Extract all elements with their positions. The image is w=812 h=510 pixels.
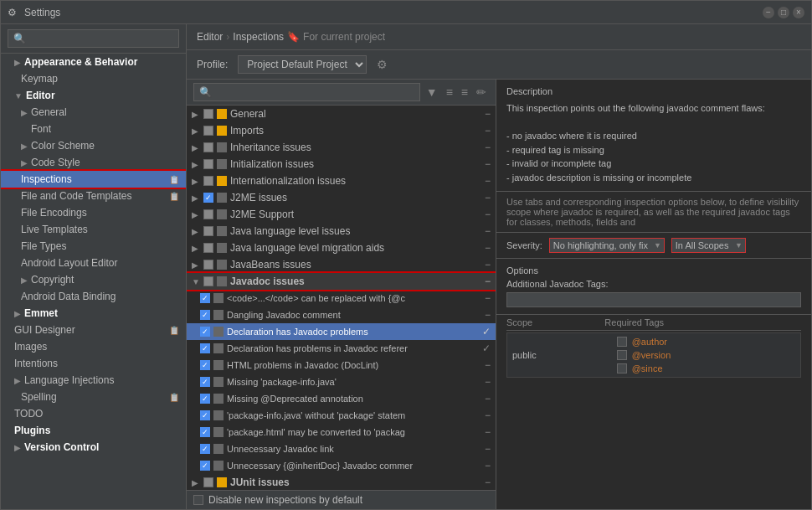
inspection-item-missing-depr[interactable]: ✓ Missing @Deprecated annotation − [187,390,496,407]
inspection-item-imports[interactable]: ▶ Imports − [187,122,496,139]
severity-indicator [213,327,224,337]
disable-new-inspections-checkbox[interactable] [193,495,203,505]
inspection-item-missing-pkg[interactable]: ✓ Missing 'package-info.java' − [187,373,496,390]
sidebar-item-android-data[interactable]: Android Data Binding [1,288,186,305]
tag-checkbox-since[interactable] [617,363,627,373]
inspection-item-general[interactable]: ▶ General − [187,106,496,122]
sidebar-item-live-templates[interactable]: Live Templates [1,221,186,238]
sidebar-item-file-types[interactable]: File Types [1,238,186,255]
scope-select-wrapper[interactable]: In All Scopes ▼ [671,238,746,253]
severity-indicator [217,226,227,236]
sidebar-item-code-style[interactable]: ▶ Code Style [1,154,186,171]
inspection-item-pkg-html[interactable]: ✓ 'package.html' may be converted to 'pa… [187,424,496,440]
checkbox[interactable] [203,126,213,136]
expand-all-icon[interactable]: ≡ [444,85,455,99]
dash: ✓ [482,343,491,354]
checkbox[interactable]: ✓ [200,410,210,420]
breadcrumb-sep1: › [226,31,229,43]
inspection-item-html-problems[interactable]: ✓ HTML problems in Javadoc (DocLint) − [187,357,496,373]
sidebar-item-file-encodings[interactable]: File Encodings [1,204,186,221]
inspection-item-java-lang-mig[interactable]: ▶ Java language level migration aids − [187,240,496,256]
sidebar-item-lang-injections[interactable]: ▶ Language Injections [1,372,186,389]
sidebar-item-inspections[interactable]: Inspections 📋 [1,171,186,188]
sidebar-item-font[interactable]: Font [1,121,186,137]
severity-select-wrapper[interactable]: No highlighting, only fix ▼ [549,238,665,253]
inspection-item-internationalization[interactable]: ▶ Internationalization issues − [187,173,496,189]
inspection-item-initialization[interactable]: ▶ Initialization issues − [187,156,496,173]
checkbox[interactable] [203,159,213,169]
severity-select[interactable]: No highlighting, only fix [550,239,664,252]
close-button[interactable]: × [793,7,804,18]
dash: − [485,175,491,187]
checkbox[interactable]: ✓ [200,327,210,337]
gear-icon[interactable]: ⚙ [373,56,391,73]
collapse-all-icon[interactable]: ≡ [459,85,470,99]
checkbox[interactable]: ✓ [200,310,210,320]
main-panel: Editor › Inspections 🔖 For current proje… [187,24,811,509]
checkbox[interactable]: ✓ [200,394,210,404]
checkbox[interactable] [203,243,213,253]
sidebar-item-gui-designer[interactable]: GUI Designer 📋 [1,322,186,338]
sidebar-item-images[interactable]: Images [1,338,186,355]
sidebar-item-general[interactable]: ▶ General [1,104,186,121]
sidebar-item-file-code-templates[interactable]: File and Code Templates 📋 [1,188,186,204]
inspection-item-javabeans[interactable]: ▶ JavaBeans issues − [187,256,496,273]
scope-select[interactable]: In All Scopes [672,239,745,252]
inspection-item-j2me-support[interactable]: ▶ J2ME Support − [187,206,496,223]
checkbox[interactable]: ✓ [200,360,210,370]
checkbox[interactable] [203,276,213,286]
sidebar-item-label: Live Templates [21,224,88,235]
tag-checkbox-version[interactable] [617,350,627,360]
inspection-item-junit[interactable]: ▶ JUnit issues − [187,474,496,490]
minimize-button[interactable]: − [763,7,774,18]
item-label: General [230,108,481,120]
checkbox[interactable] [203,477,213,487]
sidebar-item-version-control[interactable]: ▶ Version Control [1,439,186,456]
sidebar-item-android-layout[interactable]: Android Layout Editor [1,255,186,271]
checkbox[interactable]: ✓ [200,343,210,353]
edit-icon[interactable]: ✏ [474,85,489,99]
inspection-item-j2me[interactable]: ▶ ✓ J2ME issues − [187,189,496,206]
filter-icon[interactable]: ▼ [424,85,440,99]
sidebar-item-copyright[interactable]: ▶ Copyright [1,271,186,288]
inspection-item-code-replaced[interactable]: ✓ <code>...</code> can be replaced with … [187,290,496,307]
sidebar-item-emmet[interactable]: ▶ Emmet [1,305,186,322]
inspection-item-dangling[interactable]: ✓ Dangling Javadoc comment − [187,307,496,323]
inspection-item-pkg-no-pkg[interactable]: ✓ 'package-info.java' without 'package' … [187,407,496,424]
checkbox[interactable] [203,226,213,236]
checkbox[interactable] [203,260,213,270]
inspection-item-unnecessary-link[interactable]: ✓ Unnecessary Javadoc link − [187,440,496,457]
inspection-item-java-lang[interactable]: ▶ Java language level issues − [187,223,496,240]
checkbox[interactable] [203,176,213,186]
checkbox[interactable]: ✓ [200,377,210,387]
inspection-item-inheritance[interactable]: ▶ Inheritance issues − [187,139,496,156]
additional-tags-input[interactable] [506,292,801,307]
inspection-group-javadoc[interactable]: ▼ Javadoc issues − [187,273,496,290]
inspection-item-unnecessary-inherit[interactable]: ✓ Unnecessary {@inheritDoc} Javadoc comm… [187,457,496,474]
checkbox[interactable]: ✓ [200,427,210,437]
checkbox[interactable]: ✓ [200,293,210,303]
sidebar-search-bar[interactable] [1,24,186,54]
sidebar-search-input[interactable] [8,29,179,48]
sidebar-item-intentions[interactable]: Intentions [1,355,186,372]
sidebar-item-keymap[interactable]: Keymap [1,70,186,87]
maximize-button[interactable]: □ [778,7,789,18]
inspection-item-decl-javadoc[interactable]: ✓ Declaration has Javadoc problems ✓ [187,323,496,340]
checkbox[interactable]: ✓ [200,444,210,454]
sidebar-item-todo[interactable]: TODO [1,405,186,422]
checkbox[interactable] [203,209,213,219]
sidebar-section-plugins[interactable]: Plugins [1,422,186,439]
sidebar: ▶ Appearance & Behavior Keymap ▼ Editor … [1,24,187,509]
tag-checkbox-author[interactable] [617,337,627,347]
checkbox[interactable]: ✓ [203,193,213,203]
checkbox[interactable] [203,142,213,152]
profile-select[interactable]: Project Default Project [238,55,367,74]
checkbox[interactable] [203,109,213,119]
sidebar-item-color-scheme[interactable]: ▶ Color Scheme [1,137,186,154]
checkbox[interactable]: ✓ [200,461,210,471]
sidebar-item-appearance[interactable]: ▶ Appearance & Behavior [1,54,186,70]
inspection-item-decl-ref[interactable]: ✓ Declaration has problems in Javadoc re… [187,340,496,357]
sidebar-item-editor[interactable]: ▼ Editor [1,87,186,104]
inspection-search-input[interactable] [193,83,420,101]
sidebar-item-spelling[interactable]: Spelling 📋 [1,389,186,405]
